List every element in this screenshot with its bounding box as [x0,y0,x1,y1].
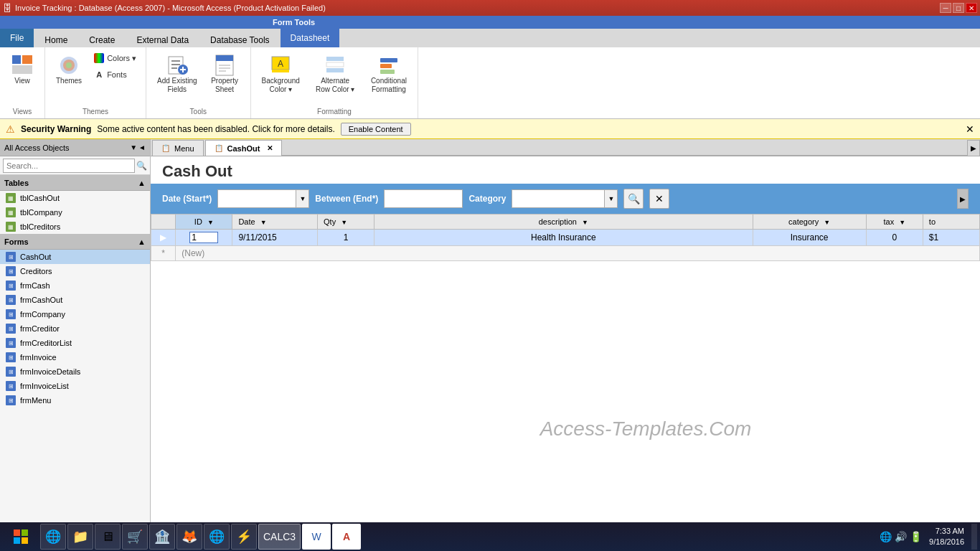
nav-item-cashout[interactable]: ⊞ CashOut [0,250,150,264]
date-start-dropdown-arrow[interactable]: ▼ [296,189,309,208]
filter-scroll-right[interactable]: ▶ [957,189,969,209]
taskbar-access-button[interactable]: A [332,524,361,550]
tab-home[interactable]: Home [34,32,78,47]
maximize-btn[interactable]: □ [953,3,964,13]
nav-item-frmcreditorlist[interactable]: ⊞ frmCreditorList [0,336,150,350]
category-dropdown-arrow[interactable]: ▼ [605,189,618,208]
title-controls[interactable]: ─ □ ✕ [940,3,977,13]
col-header-date[interactable]: Date ▼ [232,215,318,230]
nav-item-frminvoicelist[interactable]: ⊞ frmInvoiceList [0,379,150,393]
nav-item-frmcompany[interactable]: ⊞ frmCompany [0,307,150,321]
svg-rect-20 [272,70,289,72]
taskbar-ie-button[interactable]: 🌐 [40,524,66,550]
enable-content-button[interactable]: Enable Content [341,123,411,136]
nav-search-input[interactable] [3,159,135,173]
conditional-formatting-button[interactable]: ConditionalFormatting [365,50,412,98]
tab-external-data[interactable]: External Data [126,32,199,47]
taskbar-chrome-button[interactable]: 🌐 [204,524,230,550]
cell-qty-1[interactable]: 1 [318,230,374,246]
col-header-qty[interactable]: Qty ▼ [318,215,374,230]
cell-total-1[interactable]: $1 [923,230,979,246]
nav-expand-btn[interactable]: ▼ [130,143,137,151]
taskbar-firefox-button[interactable]: 🦊 [176,524,202,550]
show-desktop-button[interactable] [971,524,977,550]
col-header-total[interactable]: to [923,215,979,230]
tab-datasheet[interactable]: Datasheet [281,29,340,47]
property-sheet-button[interactable]: PropertySheet [205,50,245,98]
cell-tax-1[interactable]: 0 [866,230,923,246]
close-btn[interactable]: ✕ [966,3,977,13]
new-row-indicator: * [151,246,176,261]
security-warning-close[interactable]: ✕ [966,123,974,135]
category-label: Category [468,194,506,204]
category-input[interactable]: All [512,189,605,208]
date-end-input[interactable] [384,189,463,208]
doc-tab-menu[interactable]: 📋 Menu [152,140,204,156]
taskbar-word-button[interactable]: W [302,524,331,550]
add-existing-fields-button[interactable]: Add ExistingFields [152,50,202,98]
fonts-button[interactable]: A Fonts [90,67,140,83]
nav-collapse-btn[interactable]: ◄ [138,143,146,151]
tab-database-tools[interactable]: Database Tools [199,32,281,47]
taskbar: 🌐 📁 🖥 🛒 🏦 🦊 🌐 ⚡ CALC3 W A 🌐 🔊 🔋 7:33 AM … [0,522,980,551]
taskbar-sys-icons: 🌐 🔊 🔋 [880,531,922,542]
nav-item-tblcompany[interactable]: ▦ tblCompany [0,205,150,220]
taskbar-clock[interactable]: 7:33 AM 9/18/2016 [923,526,970,548]
taskbar-btn-4[interactable]: 🛒 [122,524,148,550]
nav-item-frmcreditor[interactable]: ⊞ frmCreditor [0,321,150,336]
nav-item-frminvoice[interactable]: ⊞ frmInvoice [0,350,150,364]
background-color-button[interactable]: A BackgroundColor ▾ [257,50,305,98]
nav-item-tblcreditors[interactable]: ▦ tblCreditors [0,220,150,234]
taskbar-explorer-button[interactable]: 📁 [67,524,93,550]
taskbar-btn-5[interactable]: 🏦 [149,524,175,550]
date-start-input[interactable] [217,189,296,208]
nav-arrows[interactable]: ▼ ◄ [130,143,146,151]
taskbar-network-icon[interactable]: 🌐 [880,531,892,542]
form-icon-frmcreditor: ⊞ [6,324,16,334]
doc-tab-cashout-close[interactable]: ✕ [267,144,273,152]
nav-item-tblcashout[interactable]: ▦ tblCashOut [0,191,150,205]
nav-item-creditors[interactable]: ⊞ Creditors [0,264,150,278]
filter-search-button[interactable]: 🔍 [623,189,644,209]
col-header-category[interactable]: category ▼ [753,215,866,230]
colors-button[interactable]: Colors ▾ [90,50,140,66]
nav-item-frmcashout[interactable]: ⊞ frmCashOut [0,293,150,307]
doc-tab-cashout[interactable]: 📋 CashOut ✕ [205,140,283,156]
tab-file[interactable]: File [0,29,34,47]
form-icon-frmcompany: ⊞ [6,309,16,319]
svg-rect-27 [380,70,395,74]
doc-tab-scroll-right[interactable]: ▶ [967,140,980,156]
col-header-description[interactable]: description ▼ [374,215,753,230]
taskbar-store-button[interactable]: 🖥 [95,524,121,550]
taskbar-btn-8[interactable]: ⚡ [231,524,257,550]
minimize-btn[interactable]: ─ [940,3,951,13]
table-row: ▶ 9/11/2015 1 Health Insurance Insurance… [151,230,980,246]
id-input-1[interactable] [189,232,218,243]
col-header-tax[interactable]: tax ▼ [866,215,923,230]
nav-forms-header[interactable]: Forms ▲ [0,234,150,250]
nav-item-frmcash[interactable]: ⊞ frmCash [0,278,150,293]
themes-button[interactable]: Themes [51,50,87,88]
col-header-id[interactable]: ID ▼ [176,215,232,230]
background-color-icon: A [269,54,292,77]
cell-id-1[interactable] [176,230,232,246]
nav-item-label-frminvoicelist: frmInvoiceList [20,382,69,390]
new-row-cell[interactable]: (New) [176,246,980,261]
taskbar-sound-icon[interactable]: 🔊 [895,531,907,542]
taskbar-battery-icon[interactable]: 🔋 [910,531,922,542]
view-button[interactable]: View [6,50,39,88]
nav-item-frminvoicedetails[interactable]: ⊞ frmInvoiceDetails [0,364,150,379]
nav-item-frmmenu[interactable]: ⊞ frmMenu [0,393,150,408]
doc-tab-menu-icon: 📋 [161,144,170,152]
cell-description-1[interactable]: Health Insurance [374,230,753,246]
alternate-row-color-button[interactable]: AlternateRow Color ▾ [311,50,359,98]
taskbar-calc-button[interactable]: CALC3 [258,524,301,550]
cell-date-1[interactable]: 9/11/2015 [232,230,318,246]
tab-create[interactable]: Create [78,32,126,47]
cell-category-1[interactable]: Insurance [753,230,866,246]
nav-item-label-frmcreditor: frmCreditor [20,324,60,333]
nav-tables-header[interactable]: Tables ▲ [0,175,150,191]
filter-clear-button[interactable]: ✕ [649,189,669,209]
nav-search-icon[interactable]: 🔍 [136,161,147,171]
start-button[interactable] [3,524,39,550]
